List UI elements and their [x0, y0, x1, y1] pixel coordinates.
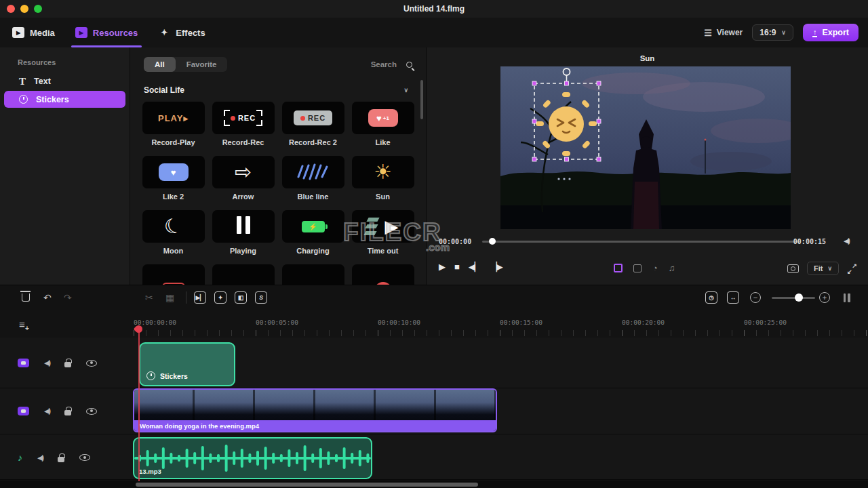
- speed-curve-icon[interactable]: S: [255, 291, 267, 304]
- split-icon[interactable]: ✂: [145, 292, 153, 303]
- tab-resources[interactable]: ▶ Resources: [75, 18, 138, 47]
- aspect-ratio-dropdown[interactable]: 16:9 ∨: [752, 24, 793, 41]
- lock-track-icon[interactable]: [64, 362, 71, 367]
- filter-favorite-button[interactable]: Favorite: [176, 57, 228, 72]
- video-canvas[interactable]: [500, 66, 791, 229]
- sticker-item-charging[interactable]: ⚡Charging: [278, 210, 348, 264]
- sticker-item-record-rec[interactable]: RECRecord-Rec: [208, 102, 278, 156]
- sticker-item-sun[interactable]: ☀Sun: [348, 156, 418, 210]
- sticker-item-moon[interactable]: ☾Moon: [138, 210, 208, 264]
- video-track-icon: [18, 407, 29, 415]
- volume-icon[interactable]: ◀): [844, 237, 849, 245]
- time-out-icon: ▶: [352, 210, 414, 243]
- add-track-icon[interactable]: ≡: [19, 319, 25, 330]
- zoom-out-icon[interactable]: −: [750, 292, 761, 303]
- sticker-item-arrow[interactable]: ⇨Arrow: [208, 156, 278, 210]
- sticker-item-record-circle[interactable]: ▶: [348, 264, 418, 285]
- audio-track: ♪ ◀): [0, 434, 868, 480]
- snapshot-icon[interactable]: [787, 264, 799, 273]
- group-icon[interactable]: ▦: [165, 292, 174, 303]
- timeline-hscroll: [0, 481, 868, 488]
- timeline-hscroll-bar[interactable]: [136, 483, 478, 487]
- sidebar-item-stickers[interactable]: Stickers: [4, 91, 125, 108]
- sticker-item-blue-line[interactable]: Blue line: [278, 156, 348, 210]
- transform-tool-icon[interactable]: [614, 264, 623, 272]
- stickers-scrollbar[interactable]: [420, 80, 423, 119]
- play-button[interactable]: ▶: [439, 262, 445, 272]
- redo-icon[interactable]: ↷: [64, 292, 72, 303]
- effects-icon: ✦: [158, 27, 170, 38]
- playhead[interactable]: [138, 327, 140, 481]
- mask-icon[interactable]: ◧: [235, 291, 247, 304]
- hide-track-icon[interactable]: [79, 454, 90, 461]
- delete-icon[interactable]: [22, 293, 30, 302]
- audio-tool-icon[interactable]: ♫: [669, 264, 675, 272]
- keyframe-icon[interactable]: ✦: [214, 291, 226, 304]
- text-icon: T: [19, 76, 26, 87]
- record-rec-icon: REC: [212, 102, 275, 134]
- sticker-item-record-rec2[interactable]: RECRecord-Rec 2: [278, 102, 348, 156]
- viewer-button[interactable]: ☰ Viewer: [704, 28, 743, 38]
- preview-scrubber[interactable]: [482, 241, 800, 243]
- sticker-clip[interactable]: Stickers: [139, 342, 235, 386]
- timeline-zoom-slider[interactable]: [772, 297, 815, 299]
- playing-icon: [212, 210, 275, 243]
- marker-icon[interactable]: ▶▏: [194, 291, 206, 304]
- sticker-item-phone-red[interactable]: [138, 264, 208, 285]
- sticker-item-playing[interactable]: Playing: [208, 210, 278, 264]
- total-time: 00:00:15: [793, 238, 826, 245]
- audio-clip[interactable]: 13.mp3: [133, 437, 372, 479]
- section-social-life[interactable]: Social Life ∨: [144, 85, 408, 95]
- crop-tool-icon[interactable]: [633, 264, 642, 272]
- sticker-track: ◀): [0, 338, 868, 388]
- fit-timeline-icon[interactable]: ↔: [727, 291, 739, 304]
- hide-track-icon[interactable]: [86, 360, 97, 367]
- timeline-toolbar: ↶ ↷ ✂ ▦ ▶▏ ✦ ◧ S ◷ ↔ − +: [0, 285, 868, 310]
- fit-dropdown[interactable]: Fit ∨: [807, 262, 839, 275]
- sidebar-item-text[interactable]: T Text: [4, 73, 125, 89]
- previous-frame-button[interactable]: ◀▏: [469, 262, 481, 272]
- video-clip[interactable]: Woman doing yoga in the evening.mp4: [133, 388, 497, 432]
- fullscreen-icon[interactable]: ↗↙: [847, 264, 857, 274]
- sticker-item-time-out[interactable]: ▶Time out: [348, 210, 418, 264]
- ruler-label: 00:00:10:00: [378, 319, 420, 326]
- resources-sidebar: Resources T Text Stickers: [0, 47, 130, 285]
- mute-track-icon[interactable]: ◀): [44, 407, 50, 415]
- tab-media[interactable]: ▶ Media: [12, 18, 55, 47]
- zoom-in-icon[interactable]: +: [819, 292, 830, 303]
- sticker-item-like2[interactable]: ♥Like 2: [138, 156, 208, 210]
- hide-track-icon[interactable]: [86, 408, 97, 415]
- mute-track-icon[interactable]: ◀): [44, 359, 50, 367]
- next-frame-button[interactable]: ▕▶: [490, 262, 502, 272]
- video-thumbnails: [134, 390, 496, 422]
- search-input[interactable]: Search: [371, 60, 412, 68]
- tab-effects[interactable]: ✦ Effects: [158, 18, 205, 47]
- speed-tool-icon[interactable]: ◔: [652, 264, 658, 272]
- sticker-item-record-play[interactable]: PLAY▸Record-Play: [138, 102, 208, 156]
- export-button[interactable]: ↑ Export: [803, 24, 859, 41]
- sidebar-header: Resources: [18, 58, 130, 66]
- sticker-label: Time out: [368, 247, 399, 255]
- mute-track-icon[interactable]: ◀): [37, 453, 43, 462]
- lock-track-icon[interactable]: [64, 410, 71, 415]
- duration-icon[interactable]: ◷: [705, 291, 717, 304]
- sticker-grid: PLAY▸Record-PlayRECRecord-RecRECRecord-R…: [138, 102, 418, 285]
- sticker-track-icon: [18, 359, 29, 367]
- ruler-ticks: [134, 330, 868, 336]
- sticker-item-like[interactable]: ♥+1Like: [348, 102, 418, 156]
- audio-clip-label: 13.mp3: [139, 468, 161, 475]
- sticker-item-battery-yellow[interactable]: ⚡: [208, 264, 278, 285]
- sticker-label: Sun: [376, 192, 390, 201]
- sticker-item-battery-green[interactable]: ⚡: [278, 264, 348, 285]
- track-height-icon[interactable]: [842, 293, 851, 304]
- battery-yellow-icon: ⚡: [212, 264, 275, 285]
- filter-all-button[interactable]: All: [144, 57, 176, 72]
- sticker-label: Playing: [230, 247, 256, 255]
- stop-button[interactable]: ■: [454, 262, 459, 272]
- scrubber-knob[interactable]: [489, 238, 496, 245]
- lock-track-icon[interactable]: [58, 457, 64, 462]
- sticker-label: Charging: [296, 247, 329, 255]
- timeline-ruler[interactable]: ≡ 00:00:00:0000:00:05:0000:00:10:0000:00…: [0, 310, 868, 338]
- timeline-zoom-knob[interactable]: [795, 293, 803, 302]
- undo-icon[interactable]: ↶: [43, 292, 52, 303]
